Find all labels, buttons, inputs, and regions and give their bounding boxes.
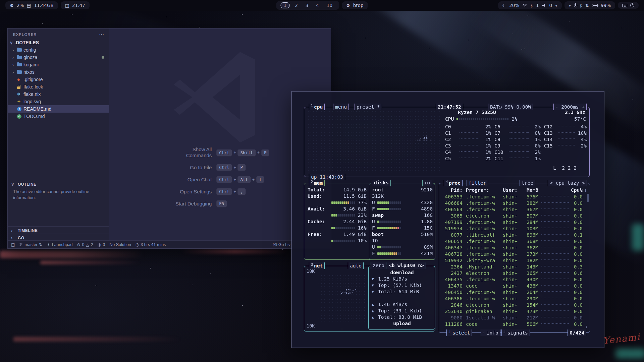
process-row[interactable]: 519942.kitty-wrashin+182M0.0 bbox=[442, 257, 587, 264]
process-row[interactable]: 406728.ferdium-wshin+273M0.0 bbox=[442, 251, 587, 257]
workspace-4[interactable]: 4 bbox=[314, 2, 321, 8]
process-row[interactable]: 9080Isolated Wshin+212M0.0 bbox=[442, 315, 587, 321]
process-row[interactable]: 406353.ferdium-wshin+576M0.0 bbox=[442, 194, 587, 200]
signals-hint[interactable]: signals bbox=[501, 329, 530, 336]
disks-io-toggle[interactable]: io bbox=[422, 180, 432, 186]
launchpad-icon: ✶ bbox=[47, 242, 50, 247]
process-row[interactable]: 406386.ferdium-wshin+290M0.0 bbox=[442, 296, 587, 302]
file-TODO.md[interactable]: ✓TODO.md bbox=[8, 113, 109, 120]
folder-icon bbox=[17, 70, 23, 74]
shortcut-label[interactable]: Show All Commands bbox=[171, 146, 212, 159]
net-down-stat: ▼1.25 KiB/s bbox=[372, 276, 432, 282]
shortcut-keys: Ctrl+Alt+I bbox=[216, 176, 264, 183]
filter-button[interactable]: filter bbox=[467, 180, 488, 186]
proc-box-title[interactable]: 4 proc bbox=[444, 180, 463, 186]
select-hint[interactable]: select bbox=[446, 329, 472, 336]
time-tracker-button[interactable]: ◷ 3 hrs 41 mins bbox=[136, 242, 166, 247]
scroll-down-icon[interactable]: ↓ bbox=[585, 323, 588, 330]
net-zero-button[interactable]: zero bbox=[371, 262, 386, 269]
mem-box-title[interactable]: 2 mem bbox=[309, 180, 325, 186]
workspace-2[interactable]: 2 bbox=[292, 2, 300, 8]
file-README.md[interactable]: iREADME.md bbox=[8, 105, 109, 113]
file-logo.svg[interactable]: ☀logo.svg bbox=[8, 98, 109, 105]
net-scale-bottom: 10K bbox=[307, 323, 315, 329]
process-row[interactable]: 2846electronshin+154M0.0 bbox=[442, 302, 587, 308]
disk-line: root921G bbox=[372, 187, 433, 193]
file-.gitignore[interactable]: ◆.gitignore bbox=[8, 76, 109, 83]
problems-button[interactable]: ⊘ 0 △ 2 bbox=[77, 242, 93, 247]
file-nixos[interactable]: ›nixos bbox=[8, 68, 109, 76]
shortcut-label[interactable]: Go to File bbox=[171, 165, 212, 171]
shortcut-label[interactable]: Open Settings bbox=[171, 189, 212, 195]
user-header[interactable]: User: bbox=[502, 187, 522, 193]
core-C15: C152% bbox=[544, 143, 587, 149]
workspace-3[interactable]: 3 bbox=[303, 2, 311, 8]
go-section-header[interactable]: › GO bbox=[8, 234, 109, 242]
more-actions-icon[interactable]: ⋯ bbox=[99, 32, 104, 38]
timeline-section-header[interactable]: › TIMELINE bbox=[8, 226, 109, 234]
menu-button[interactable]: menu bbox=[333, 104, 349, 110]
process-row[interactable]: 2437electronshin+165M0.6 bbox=[442, 270, 587, 277]
active-window-module[interactable]: ⚙ btop bbox=[342, 1, 368, 9]
workspace-1[interactable]: 1 bbox=[281, 2, 290, 8]
shortcut-label[interactable]: Open Chat bbox=[171, 177, 212, 183]
tree-toggle-button[interactable]: tree bbox=[520, 180, 535, 186]
file-kogami[interactable]: ›kogami bbox=[8, 61, 109, 68]
process-row[interactable]: 253640gitkrakenshin+473M0.0 bbox=[442, 308, 587, 315]
process-row[interactable]: 8077.librewolfshin+896M0.1 bbox=[442, 232, 587, 238]
mem-header[interactable]: MemB bbox=[522, 187, 538, 193]
power-module[interactable] bbox=[618, 2, 639, 9]
launchpad-button[interactable]: ✶ Launchpad bbox=[47, 242, 73, 247]
process-row[interactable]: 406475.ferdium-wshin+430M0.0 bbox=[442, 277, 587, 283]
active-window-title: btop bbox=[353, 3, 364, 8]
git-branch-button[interactable]: master ↻ bbox=[19, 242, 42, 247]
chevron-right-icon: › bbox=[12, 70, 17, 75]
file-flake.lock[interactable]: flake.lock bbox=[8, 83, 109, 90]
file-label: flake.nix bbox=[23, 92, 41, 97]
preset-button[interactable]: preset * bbox=[355, 104, 382, 110]
file-ginoza[interactable]: ›ginoza bbox=[8, 54, 109, 61]
pid-header[interactable]: Pid: bbox=[442, 187, 463, 193]
net-auto-button[interactable]: auto bbox=[348, 262, 364, 269]
process-row[interactable]: 3065electronshin+507M0.0 bbox=[442, 213, 587, 219]
outline-section-header[interactable]: ∨ OUTLINE bbox=[8, 180, 109, 188]
shortcut-label[interactable]: Start Debugging bbox=[171, 201, 212, 207]
box-title-label: net bbox=[314, 263, 323, 269]
process-row[interactable]: 2364.Hyprland-shin+143M0.3 bbox=[442, 264, 587, 270]
process-row[interactable]: 111286codeshin+506M0.0 bbox=[442, 321, 587, 327]
process-row[interactable]: 406347.ferdium-wshin+362M0.0 bbox=[442, 245, 587, 251]
process-row[interactable]: 406684.ferdium-wshin+382M0.0 bbox=[442, 200, 587, 206]
star bbox=[150, 268, 151, 268]
process-scrollbar[interactable] bbox=[587, 194, 589, 202]
process-header-row[interactable]: Pid: Program: User: MemB Cpu% ↑ bbox=[442, 187, 587, 193]
disks-title[interactable]: disks bbox=[372, 180, 391, 186]
solution-button[interactable]: No Solution bbox=[109, 242, 131, 247]
ports-button[interactable]: ◎ 0 bbox=[98, 242, 105, 247]
tree-root[interactable]: ∨ .DOTFILES bbox=[8, 39, 109, 46]
process-row[interactable]: 406654.ferdium-wshin+368M0.0 bbox=[442, 238, 587, 245]
file-flake.nix[interactable]: ❄flake.nix bbox=[8, 90, 109, 98]
sort-selector[interactable]: < cpu lazy > bbox=[548, 180, 587, 186]
cpu-box-title[interactable]: 1 cpu bbox=[309, 104, 325, 110]
net-interface-selector[interactable]: <b wlp3s0 n> bbox=[387, 262, 426, 269]
btop-terminal-window[interactable]: 1 cpu menu preset * 21:47:52 BAT○ 99% 0.… bbox=[291, 91, 604, 348]
process-row[interactable]: 406564.ferdium-wshin+367M0.0 bbox=[442, 206, 587, 213]
remote-window-button[interactable]: ◳ bbox=[11, 242, 15, 247]
program-header[interactable]: Program: bbox=[463, 187, 502, 193]
btop-disks-box: disks io root921G312KU432GF489Gswap16GU1… bbox=[369, 183, 435, 260]
file-config[interactable]: ›config bbox=[8, 46, 109, 54]
clock-module[interactable]: ◫ 21:47 bbox=[61, 1, 90, 9]
workspace-10[interactable]: 10 bbox=[324, 2, 335, 8]
process-row[interactable]: 13470codeshin+436M0.0 bbox=[442, 283, 587, 289]
quick-settings-module[interactable]: ☾ 20% ᛒ 1 0 ▾ bbox=[498, 1, 562, 9]
process-row[interactable]: 407199.ferdium-wshin+284M0.0 bbox=[442, 219, 587, 226]
info-hint[interactable]: info bbox=[481, 329, 500, 336]
tray-module[interactable]: ▾ ᛒ ⇅ 99% bbox=[565, 1, 615, 9]
process-row[interactable]: 519974.ferdium-wshin+103M0.0 bbox=[442, 226, 587, 232]
system-stats-module[interactable]: ⚙ 2% ▤ 11.44GB bbox=[5, 1, 58, 9]
go-live-button[interactable]: ((•)) Go Liv bbox=[273, 242, 290, 247]
cpu-header[interactable]: Cpu% bbox=[571, 187, 583, 193]
keycap: Shift bbox=[237, 149, 256, 156]
shortcut-row: Go to FileCtrl+P bbox=[171, 164, 269, 171]
process-row[interactable]: 406450.ferdium-wshin+264M0.0 bbox=[442, 289, 587, 296]
